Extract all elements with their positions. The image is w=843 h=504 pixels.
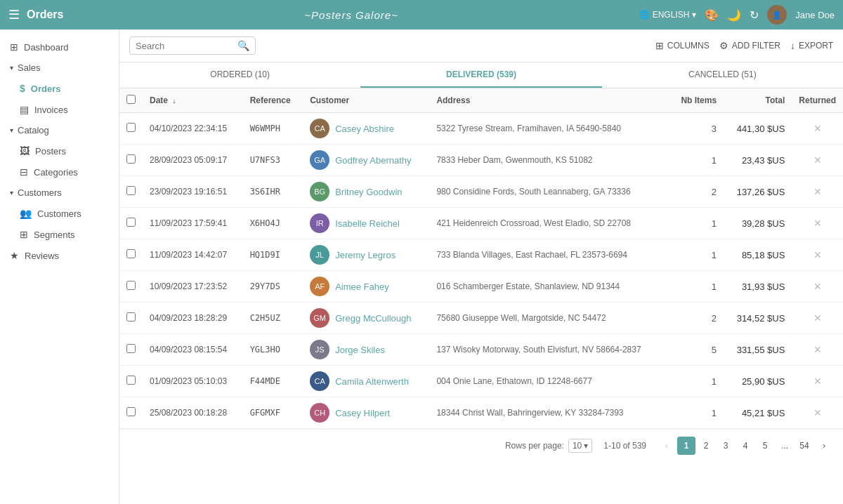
row-returned-cell: ✕ (792, 113, 843, 145)
top-header: ☰ Orders ~Posters Galore~ 🌐 ENGLISH ▾ 🎨 … (0, 0, 843, 29)
columns-label: COLUMNS (667, 41, 710, 51)
sidebar-item-invoices[interactable]: ▤ Invoices (0, 99, 119, 120)
row-checkbox[interactable] (126, 312, 136, 321)
remove-icon[interactable]: ✕ (813, 344, 822, 355)
col-header-total[interactable]: Total (724, 88, 792, 113)
remove-icon[interactable]: ✕ (813, 312, 822, 324)
refresh-icon[interactable]: ↻ (750, 8, 759, 22)
remove-icon[interactable]: ✕ (813, 186, 822, 197)
search-input[interactable] (136, 41, 233, 51)
customer-name[interactable]: Aimee Fahey (335, 281, 389, 292)
tabs: ORDERED (10) DELIVERED (539) CANCELLED (… (119, 62, 843, 88)
row-returned-cell: ✕ (792, 303, 843, 334)
sidebar-label-segments: Segments (34, 230, 75, 240)
col-header-reference[interactable]: Reference (243, 88, 303, 113)
row-checkbox[interactable] (126, 186, 136, 195)
row-ref: C2H5UZ (243, 303, 303, 334)
brand-name: ~Posters Galore~ (304, 9, 398, 21)
sidebar-item-categories[interactable]: ⊟ Categories (0, 161, 119, 183)
chevron-down-icon: ▾ (10, 64, 13, 72)
customer-name[interactable]: Camila Altenwerth (335, 376, 409, 387)
remove-icon[interactable]: ✕ (813, 281, 822, 292)
customer-name[interactable]: Casey Abshire (335, 124, 394, 134)
sidebar-label-reviews: Reviews (25, 251, 59, 261)
row-customer: CH Casey Hilpert (303, 397, 429, 429)
page-next-button[interactable]: › (815, 437, 833, 455)
sidebar-item-customers[interactable]: 👥 Customers (0, 203, 119, 224)
page-btn-1[interactable]: 1 (677, 437, 695, 455)
page-btn-54[interactable]: 54 (795, 437, 813, 455)
app-title: Orders (27, 8, 63, 21)
search-box[interactable]: 🔍 (129, 37, 256, 55)
remove-icon[interactable]: ✕ (813, 407, 822, 418)
row-nbitems: 1 (669, 397, 724, 429)
customer-avatar: CA (310, 371, 329, 391)
sidebar-section-sales[interactable]: ▾ Sales (0, 58, 119, 78)
tab-ordered[interactable]: ORDERED (10) (119, 62, 360, 88)
row-checkbox[interactable] (126, 344, 136, 353)
row-checkbox[interactable] (126, 249, 136, 258)
sidebar-item-dashboard[interactable]: ⊞ Dashboard (0, 37, 119, 58)
page-btn-2[interactable]: 2 (697, 437, 715, 455)
remove-icon[interactable]: ✕ (813, 218, 822, 229)
rows-per-page-label: Rows per page: (505, 441, 564, 451)
menu-icon[interactable]: ☰ (8, 7, 20, 22)
col-header-returned[interactable]: Returned (792, 88, 843, 113)
page-btn-3[interactable]: 3 (717, 437, 735, 455)
page-btn-5[interactable]: 5 (756, 437, 774, 455)
row-checkbox-cell (119, 271, 143, 303)
page-prev-button[interactable]: ‹ (658, 437, 676, 455)
col-header-customer[interactable]: Customer (303, 88, 429, 113)
layout: ⊞ Dashboard ▾ Sales $ Orders ▤ Invoices … (0, 29, 843, 504)
avatar: 👤 (767, 5, 787, 25)
columns-button[interactable]: ⊞ COLUMNS (655, 40, 710, 51)
remove-icon[interactable]: ✕ (813, 154, 822, 166)
remove-icon[interactable]: ✕ (813, 376, 822, 387)
row-checkbox[interactable] (126, 407, 136, 416)
add-filter-button[interactable]: ⚙ ADD FILTER (719, 40, 780, 51)
row-checkbox[interactable] (126, 123, 136, 132)
sidebar-section-catalog[interactable]: ▾ Catalog (0, 120, 119, 140)
row-checkbox[interactable] (126, 376, 136, 385)
row-returned-cell: ✕ (792, 397, 843, 429)
tab-cancelled[interactable]: CANCELLED (51) (602, 62, 843, 88)
sidebar-label-categories: Categories (34, 167, 78, 178)
palette-icon[interactable]: 🎨 (705, 8, 719, 22)
rows-per-page-select[interactable]: 10 ▾ (568, 439, 592, 453)
language-selector[interactable]: 🌐 ENGLISH ▾ (639, 10, 697, 20)
sidebar-item-reviews[interactable]: ★ Reviews (0, 245, 119, 266)
sidebar-item-segments[interactable]: ⊞ Segments (0, 224, 119, 245)
row-checkbox[interactable] (126, 154, 136, 164)
col-header-nbitems[interactable]: Nb Items (669, 88, 724, 113)
row-total: 441,30 $US (724, 113, 792, 145)
customer-name[interactable]: Jeremy Legros (335, 250, 396, 260)
chevron-catalog-icon: ▾ (10, 126, 13, 134)
customer-name[interactable]: Casey Hilpert (335, 408, 390, 418)
row-total: 45,21 $US (724, 397, 792, 429)
col-header-date[interactable]: Date ↓ (143, 88, 243, 113)
row-ref: 29Y7DS (243, 271, 303, 303)
select-all-checkbox[interactable] (126, 95, 136, 104)
sidebar-section-customers[interactable]: ▾ Customers (0, 183, 119, 203)
customer-avatar: CA (310, 119, 329, 138)
remove-icon[interactable]: ✕ (813, 249, 822, 260)
row-customer: GM Gregg McCullough (303, 303, 429, 334)
customer-name[interactable]: Britney Goodwin (335, 187, 402, 197)
row-checkbox[interactable] (126, 218, 136, 227)
customer-name[interactable]: Gregg McCullough (335, 313, 411, 324)
export-button[interactable]: ↓ EXPORT (790, 40, 833, 51)
columns-icon: ⊞ (655, 40, 664, 51)
col-header-address[interactable]: Address (429, 88, 669, 113)
row-total: 331,55 $US (724, 334, 792, 366)
moon-icon[interactable]: 🌙 (727, 8, 741, 22)
row-checkbox[interactable] (126, 281, 136, 290)
remove-icon[interactable]: ✕ (813, 123, 822, 134)
page-nav: ‹ 1 2 3 4 5 ... 54 › (658, 437, 833, 455)
customer-name[interactable]: Isabelle Reichel (335, 218, 400, 229)
tab-delivered[interactable]: DELIVERED (539) (360, 62, 601, 88)
sidebar-item-posters[interactable]: 🖼 Posters (0, 140, 119, 161)
page-btn-4[interactable]: 4 (736, 437, 754, 455)
customer-name[interactable]: Jorge Skiles (335, 345, 385, 355)
sidebar-item-orders[interactable]: $ Orders (0, 78, 119, 99)
customer-name[interactable]: Godfrey Abernathy (335, 155, 411, 166)
